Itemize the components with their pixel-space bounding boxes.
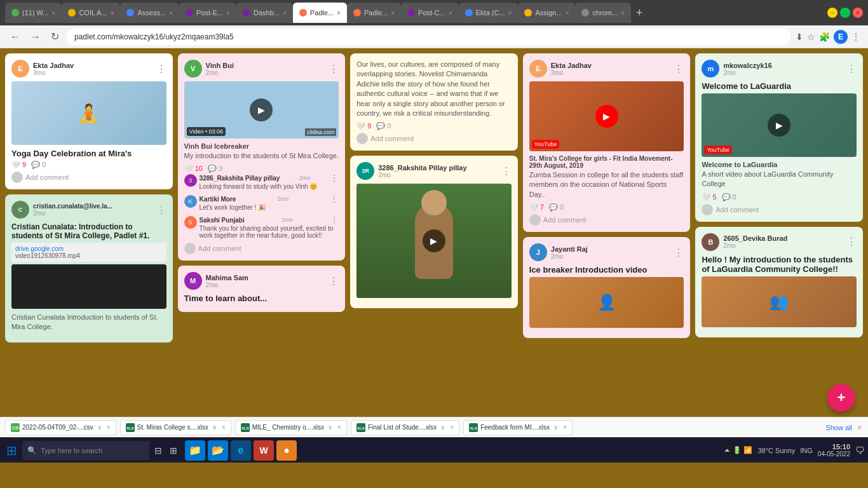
new-tab-button[interactable]: + xyxy=(632,6,647,20)
likes: 🤍 10 xyxy=(184,165,203,173)
edge-button[interactable]: e xyxy=(231,440,251,461)
tab-close-button[interactable]: × xyxy=(391,10,395,17)
url-input[interactable] xyxy=(67,29,790,45)
card-video: ▶ Video • 03:06 clidea.com xyxy=(184,81,339,139)
file-item-miras[interactable]: XLS St. Miras College s....xlsx ∨ × xyxy=(120,420,231,435)
chrome-button[interactable]: ● xyxy=(276,440,297,461)
tab-close-button[interactable]: × xyxy=(52,10,56,17)
file-close-button[interactable]: × xyxy=(222,424,226,431)
forward-button[interactable]: → xyxy=(28,30,43,44)
file-item-csv[interactable]: CSV 2022-05-04T09_02-...csv ∨ × xyxy=(5,420,116,435)
more-button[interactable]: ⋮ xyxy=(156,63,166,75)
play-button[interactable]: ▶ xyxy=(595,105,618,128)
search-box[interactable]: 🔍 Type here to search xyxy=(22,441,149,460)
tab-close-button[interactable]: × xyxy=(449,10,452,17)
file-explorer-button[interactable]: 📁 xyxy=(185,440,205,461)
tab-close-button[interactable]: × xyxy=(621,10,625,17)
time-ago: 3mo xyxy=(33,69,153,76)
comment-avatar-icon xyxy=(702,204,713,215)
browser-tab-tab2[interactable]: COIL A...× xyxy=(62,3,120,23)
comment-more[interactable]: ⋮ xyxy=(330,173,339,183)
tab-favicon xyxy=(581,9,589,17)
tab-label: Post-E... xyxy=(196,9,223,17)
downloads-close-button[interactable]: × xyxy=(856,423,863,432)
more-button[interactable]: ⋮ xyxy=(674,247,684,259)
word-button[interactable]: W xyxy=(254,440,274,461)
folder-button[interactable]: 📂 xyxy=(208,440,228,461)
notification-icon[interactable]: 🗨 xyxy=(855,445,864,456)
browser-tab-tab11[interactable]: chrom...× xyxy=(575,3,631,23)
file-close-button[interactable]: × xyxy=(450,424,454,431)
add-comment[interactable]: Add comment xyxy=(184,243,339,254)
back-button[interactable]: ← xyxy=(8,30,23,44)
add-comment[interactable]: Add comment xyxy=(11,172,166,183)
add-comment[interactable]: Add comment xyxy=(356,133,512,144)
browser-tab-tab4[interactable]: Post-E...× xyxy=(179,3,236,23)
fab-button[interactable]: + xyxy=(827,384,855,412)
padlet-container: E Ekta Jadhav 3mo ⋮ 🧘 Yoga Day Celebrati… xyxy=(0,48,868,417)
more-button[interactable]: ⋮ xyxy=(846,63,857,75)
browser-tab-tab3[interactable]: Assess...× xyxy=(120,3,179,23)
file-close-button[interactable]: × xyxy=(107,424,111,431)
browser-tab-tab10[interactable]: Assign...× xyxy=(518,3,575,23)
card-video: ▶ xyxy=(356,184,512,298)
drive-url: drive.google.com xyxy=(15,245,163,252)
minimize-button[interactable]: − xyxy=(827,8,837,18)
more-button[interactable]: ⋮ xyxy=(846,236,857,248)
close-button[interactable]: × xyxy=(853,8,863,18)
more-button[interactable]: ⋮ xyxy=(329,275,339,287)
task-view-button[interactable]: ⊟ xyxy=(152,445,165,456)
menu-icon[interactable]: ⋮ xyxy=(851,32,860,42)
tab-close-button[interactable]: × xyxy=(169,10,173,17)
file-name: 2022-05-04T09_02-...csv xyxy=(22,424,93,431)
likes: 🤍 9 xyxy=(11,161,26,169)
play-button[interactable]: ▶ xyxy=(250,98,273,121)
browser-tab-tab5[interactable]: Dashb...× xyxy=(236,3,293,23)
comment-item: K Kartiki More 2mo ⋮ Let's work together… xyxy=(184,194,339,211)
card-actions: 🤍 9 💬 0 xyxy=(11,161,166,169)
maximize-button[interactable]: □ xyxy=(840,8,850,18)
comment-more[interactable]: ⋮ xyxy=(330,215,339,225)
user-info: Vinh Bui 2mo xyxy=(206,62,325,76)
card-zumba: E Ekta Jadhav 3mo ⋮ ▶ YouTube St. Mira's… xyxy=(523,53,691,232)
tab-close-button[interactable]: × xyxy=(337,10,341,17)
commenter-name: Sakshi Punjabi xyxy=(200,217,245,224)
tab-close-button[interactable]: × xyxy=(111,10,114,17)
browser-tab-tab7[interactable]: Padle...× xyxy=(347,3,401,23)
browser-tab-tab1[interactable]: (11) W...× xyxy=(5,3,62,23)
more-button[interactable]: ⋮ xyxy=(156,204,166,216)
comment-more[interactable]: ⋮ xyxy=(330,194,339,204)
file-close-button[interactable]: × xyxy=(563,424,567,431)
file-item-feedback[interactable]: XLS Feedback form MI....xlsx ∨ × xyxy=(463,420,573,435)
show-all-button[interactable]: Show all xyxy=(825,424,852,431)
more-button[interactable]: ⋮ xyxy=(329,63,339,75)
more-button[interactable]: ⋮ xyxy=(674,63,684,75)
star-icon[interactable]: ☆ xyxy=(807,32,815,42)
comments: 💬 3 xyxy=(208,165,222,173)
start-button[interactable]: ⊞ xyxy=(4,442,20,459)
add-comment-label: Add comment xyxy=(715,206,759,214)
tab-close-button[interactable]: × xyxy=(283,10,287,17)
browser-tab-tab8[interactable]: Post-C...× xyxy=(401,3,459,23)
refresh-button[interactable]: ↻ xyxy=(48,29,62,44)
file-item-final[interactable]: XLS Final List of Stude....xlsx ∨ × xyxy=(351,420,459,435)
card-jayanti: J Jayanti Raj 2mo ⋮ Ice breaker Introduc… xyxy=(523,237,691,338)
clock-time: 15:10 xyxy=(818,443,850,451)
add-comment[interactable]: Add comment xyxy=(702,204,857,215)
widgets-button[interactable]: ⊞ xyxy=(167,445,180,456)
tab-close-button[interactable]: × xyxy=(226,10,230,17)
profile-icon[interactable]: E xyxy=(834,30,848,44)
tab-close-button[interactable]: × xyxy=(566,10,569,17)
browser-tab-tab6[interactable]: Padle...× xyxy=(293,3,347,23)
likes: 🤍 7 xyxy=(529,203,544,212)
file-close-button[interactable]: × xyxy=(337,424,341,431)
browser-tab-tab9[interactable]: Ekta (C...× xyxy=(459,3,519,23)
file-item-mile[interactable]: XLS MILE_ Chemistry o....xlsx ∨ × xyxy=(235,420,347,435)
add-comment[interactable]: Add comment xyxy=(529,214,684,226)
play-button[interactable]: ▶ xyxy=(768,114,790,137)
tab-favicon xyxy=(68,9,76,17)
taskbar: ⊞ 🔍 Type here to search ⊟ ⊞ 📁 📂 e W ● ⏶ … xyxy=(0,437,868,463)
tab-close-button[interactable]: × xyxy=(508,10,512,17)
card-actions: 🤍 7 💬 0 xyxy=(529,203,684,212)
more-button[interactable]: ⋮ xyxy=(501,165,512,177)
